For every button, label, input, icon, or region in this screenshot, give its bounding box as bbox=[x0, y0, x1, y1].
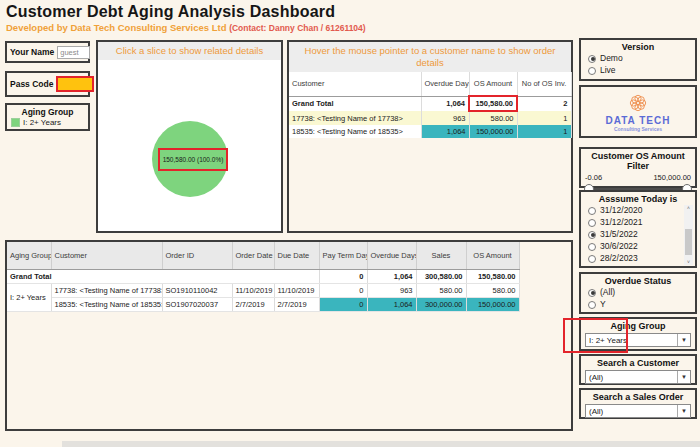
radio-label: Live bbox=[600, 65, 616, 76]
radio-icon bbox=[588, 207, 596, 215]
order-detail-panel: Aging Group Customer Order ID Order Date… bbox=[5, 240, 573, 431]
assume-today-panel: Asssume Today is 31/12/2020 31/12/2021 3… bbox=[579, 190, 697, 268]
os-amount-cell: 580.00 bbox=[466, 284, 519, 298]
radio-label: 28/2/2023 bbox=[600, 253, 638, 264]
radio-option-all[interactable]: (All) bbox=[588, 287, 695, 298]
grand-total-os-amount: 150,580.00 bbox=[466, 270, 519, 284]
your-name-input[interactable] bbox=[57, 46, 90, 59]
overdue-status-title: Overdue Status bbox=[581, 274, 695, 286]
search-customer-dropdown[interactable]: (All) ▼ bbox=[585, 370, 691, 384]
table-header-row: Customer Overdue Days OS Amount No of OS… bbox=[289, 72, 571, 96]
overdue-status-panel: Overdue Status (All) Y bbox=[579, 272, 697, 314]
radio-option-y[interactable]: Y bbox=[588, 299, 695, 310]
pie-data-label: 150,580.00 (100.0%) bbox=[158, 148, 228, 171]
pie-chart-panel: Click a slice to show related details 15… bbox=[96, 40, 283, 233]
grand-total-label: Grand Total bbox=[289, 96, 421, 111]
column-header-order-id: Order ID bbox=[162, 242, 232, 270]
order-id-cell: SO1910110042 bbox=[162, 284, 232, 298]
red-annotation-box bbox=[563, 318, 628, 353]
scroll-down-icon[interactable]: ˅ bbox=[684, 259, 693, 265]
pie-chart-area: 150,580.00 (100.0%) bbox=[98, 60, 281, 249]
radio-icon bbox=[588, 301, 596, 309]
column-header-pay-term-days: Pay Term Days bbox=[319, 242, 367, 270]
radio-option-date[interactable]: 31/12/2020 bbox=[588, 205, 695, 216]
search-sales-order-title: Search a Sales Order bbox=[581, 390, 695, 402]
radio-option-live[interactable]: Live bbox=[588, 65, 695, 76]
overdue-days-cell: 1,064 bbox=[421, 125, 469, 138]
order-date-cell: 11/10/2019 bbox=[232, 284, 274, 298]
radio-label: Y bbox=[600, 299, 606, 310]
inv-count-cell: 1 bbox=[517, 111, 571, 125]
pass-code-input[interactable] bbox=[56, 76, 94, 92]
legend-item[interactable]: I: 2+ Years bbox=[11, 118, 84, 127]
column-header-os-amount: OS Amount bbox=[469, 72, 517, 96]
radio-option-demo[interactable]: Demo bbox=[588, 53, 695, 64]
search-customer-panel: Search a Customer (All) ▼ bbox=[579, 354, 697, 385]
table-row: 17738: <Testing Name of 17738> 963 580.0… bbox=[289, 111, 571, 125]
radio-option-date[interactable]: 28/2/2023 bbox=[588, 253, 695, 264]
customer-name-cell[interactable]: 17738: <Testing Name of 17738> bbox=[51, 284, 162, 298]
contact-info: (Contact: Danny Chan / 61261104) bbox=[229, 23, 366, 33]
due-date-cell: 11/10/2019 bbox=[274, 284, 319, 298]
scrollbar[interactable]: ˄ ˅ bbox=[684, 205, 693, 265]
radio-icon bbox=[588, 219, 596, 227]
customer-name-cell[interactable]: 18535: <Testing Name of 18535> bbox=[289, 125, 421, 138]
radio-option-date[interactable]: 31/3/2023 bbox=[588, 265, 695, 266]
grand-total-os-amount-annotated: 150,580.00 bbox=[469, 96, 517, 111]
scroll-up-icon[interactable]: ˄ bbox=[684, 205, 693, 211]
column-header-no-of-os-inv: No of OS Inv. bbox=[517, 72, 571, 96]
overdue-days-cell: 963 bbox=[367, 284, 416, 298]
legend-title: Aging Group bbox=[11, 107, 84, 117]
column-header-customer: Customer bbox=[289, 72, 421, 96]
column-header-aging-group: Aging Group bbox=[7, 242, 51, 270]
radio-icon bbox=[588, 67, 596, 75]
table-row: I: 2+ Years 17738: <Testing Name of 1773… bbox=[7, 284, 519, 298]
filter-title: Customer OS Amount Filter bbox=[581, 149, 695, 171]
chevron-down-icon[interactable]: ▼ bbox=[677, 405, 690, 417]
scroll-thumb[interactable] bbox=[685, 229, 692, 255]
overdue-days-cell: 1,064 bbox=[367, 298, 416, 312]
radio-option-date[interactable]: 30/6/2022 bbox=[588, 241, 695, 252]
radio-icon bbox=[588, 255, 596, 263]
os-amount-cell: 580.00 bbox=[469, 111, 517, 125]
overdue-days-cell: 963 bbox=[421, 111, 469, 125]
radio-label: Demo bbox=[600, 53, 623, 64]
version-title: Version bbox=[581, 40, 695, 52]
horizontal-scrollbar[interactable] bbox=[62, 441, 700, 447]
grand-total-row: Grand Total 1,064 150,580.00 2 bbox=[289, 96, 571, 111]
chevron-down-icon[interactable]: ▼ bbox=[677, 371, 690, 383]
developer-credit: Developed by Data Tech Consulting Servic… bbox=[6, 22, 227, 33]
order-date-cell: 2/7/2019 bbox=[232, 298, 274, 312]
column-header-order-date: Order Date bbox=[232, 242, 274, 270]
sales-cell: 580.00 bbox=[416, 284, 466, 298]
sales-cell: 300,000.00 bbox=[416, 298, 466, 312]
os-amount-cell: 150,000.00 bbox=[469, 125, 517, 138]
search-sales-order-panel: Search a Sales Order (All) ▼ bbox=[579, 388, 697, 419]
column-header-overdue-days: Overdue Days bbox=[367, 242, 416, 270]
legend-item-label: I: 2+ Years bbox=[23, 118, 61, 127]
data-tech-flower-icon bbox=[627, 92, 649, 114]
radio-option-date[interactable]: 31/5/2022 bbox=[588, 229, 695, 240]
customer-summary-table: Customer Overdue Days OS Amount No of OS… bbox=[289, 72, 572, 138]
page-title: Customer Debt Aging Analysis Dashboard bbox=[6, 3, 366, 21]
radio-label: 31/5/2022 bbox=[600, 229, 638, 240]
dropdown-value: (All) bbox=[586, 407, 677, 416]
chevron-down-icon[interactable]: ▼ bbox=[677, 334, 690, 346]
radio-icon bbox=[588, 243, 596, 251]
your-name-panel: Your Name bbox=[5, 41, 90, 63]
assume-today-list: 31/12/2020 31/12/2021 31/5/2022 30/6/202… bbox=[581, 204, 695, 266]
search-customer-title: Search a Customer bbox=[581, 356, 695, 368]
os-amount-cell: 150,000.00 bbox=[466, 298, 519, 312]
grand-total-row: Grand Total 0 1,064 300,580.00 150,580.0… bbox=[7, 270, 519, 284]
grand-total-overdue: 1,064 bbox=[367, 270, 416, 284]
column-header-os-amount: OS Amount bbox=[466, 242, 519, 270]
radio-option-date[interactable]: 31/12/2021 bbox=[588, 217, 695, 228]
customer-name-cell[interactable]: 18535: <Testing Name of 18535> bbox=[51, 298, 162, 312]
dropdown-value: (All) bbox=[586, 373, 677, 382]
your-name-label: Your Name bbox=[10, 47, 54, 57]
filter-min-value: -0.06 bbox=[585, 173, 602, 182]
pay-term-cell: 0 bbox=[319, 284, 367, 298]
table-row: 18535: <Testing Name of 18535> SO1907020… bbox=[7, 298, 519, 312]
customer-name-cell[interactable]: 17738: <Testing Name of 17738> bbox=[289, 111, 421, 125]
search-sales-order-dropdown[interactable]: (All) ▼ bbox=[585, 404, 691, 418]
